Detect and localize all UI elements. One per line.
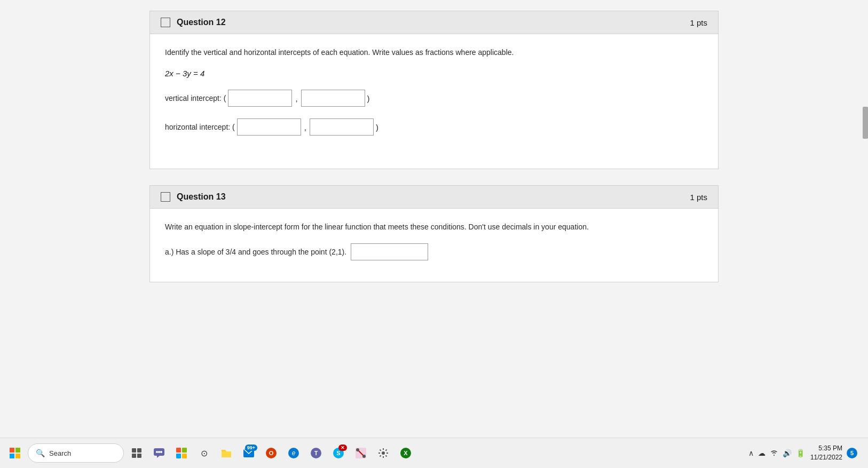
store-button[interactable] xyxy=(172,443,191,463)
notification-count: 5 xyxy=(850,450,854,456)
taskbar: 🔍 Search ⊙ xyxy=(0,438,868,468)
office-icon: O xyxy=(265,447,277,459)
snip-icon xyxy=(355,447,367,459)
task-view-icon xyxy=(131,448,142,458)
question-13-header: Question 13 1 pts xyxy=(150,186,718,209)
file-explorer-icon xyxy=(220,448,232,458)
teams-button[interactable]: T xyxy=(306,443,326,463)
xbox-icon: X xyxy=(400,447,412,459)
mail-button[interactable]: 99+ xyxy=(239,443,258,463)
vertical-paren-close: ) xyxy=(367,94,370,103)
notification-badge[interactable]: 5 xyxy=(847,448,857,458)
search-label: Search xyxy=(49,449,71,457)
settings-button[interactable] xyxy=(374,443,393,463)
question-13-pts: 1 pts xyxy=(690,193,707,202)
svg-rect-3 xyxy=(15,454,20,458)
svg-text:e: e xyxy=(292,449,296,457)
svg-rect-0 xyxy=(10,448,14,453)
horizontal-intercept-x-input[interactable] xyxy=(237,118,301,136)
cloud-icon[interactable]: ☁ xyxy=(757,448,767,458)
skype-badge: ✕ xyxy=(338,445,347,451)
dell-button[interactable]: ⊙ xyxy=(194,443,214,463)
question-12-instruction: Identify the vertical and horizontal int… xyxy=(165,47,703,58)
windows-icon xyxy=(9,447,21,459)
search-icon: 🔍 xyxy=(36,449,45,457)
battery-icon[interactable]: 🔋 xyxy=(795,448,806,458)
scrollbar-thumb[interactable] xyxy=(863,107,868,139)
vertical-comma: , xyxy=(295,94,297,103)
skype-button[interactable]: S ✕ xyxy=(329,443,348,463)
office-button[interactable]: O xyxy=(262,443,281,463)
chevron-icon[interactable]: ∧ xyxy=(747,448,755,458)
vertical-intercept-row: vertical intercept: ( , ) xyxy=(165,90,703,107)
svg-text:T: T xyxy=(314,450,318,456)
svg-rect-6 xyxy=(132,454,136,458)
settings-icon xyxy=(377,447,389,459)
slope-row: a.) Has a slope of 3/4 and goes through … xyxy=(165,243,703,260)
horizontal-paren-close: ) xyxy=(376,123,378,132)
tray-icons: ∧ ☁ 🔊 🔋 xyxy=(747,447,806,459)
question-12-body: Identify the vertical and horizontal int… xyxy=(150,34,718,169)
svg-marker-9 xyxy=(157,456,160,458)
svg-rect-2 xyxy=(10,454,14,458)
svg-point-11 xyxy=(158,451,160,453)
vertical-intercept-y-input[interactable] xyxy=(301,90,365,107)
xbox-button[interactable]: X xyxy=(396,443,415,463)
clock-date: 11/21/2022 xyxy=(810,453,842,462)
file-explorer-button[interactable] xyxy=(217,443,236,463)
teams-icon: T xyxy=(310,447,322,459)
svg-rect-1 xyxy=(15,448,20,453)
svg-rect-15 xyxy=(176,454,181,458)
equation-text: 2x − 3y = 4 xyxy=(165,69,204,78)
search-bar[interactable]: 🔍 Search xyxy=(28,443,124,463)
question-13-checkbox[interactable] xyxy=(161,192,170,202)
snip-button[interactable] xyxy=(351,443,370,463)
question-13-instruction: Write an equation in slope-intercept for… xyxy=(165,221,703,233)
horizontal-intercept-label: horizontal intercept: ( xyxy=(165,123,235,131)
svg-rect-16 xyxy=(182,454,187,458)
svg-rect-4 xyxy=(132,448,136,453)
question-13-card: Question 13 1 pts Write an equation in s… xyxy=(149,185,719,282)
question-13-header-left: Question 13 xyxy=(161,192,226,202)
svg-point-12 xyxy=(160,451,162,453)
svg-point-29 xyxy=(362,455,366,458)
svg-text:S: S xyxy=(336,450,340,456)
svg-rect-14 xyxy=(182,448,187,453)
system-clock[interactable]: 5:35 PM 11/21/2022 xyxy=(810,444,842,462)
vertical-intercept-label: vertical intercept: ( xyxy=(165,94,226,102)
svg-text:X: X xyxy=(404,450,408,456)
svg-rect-13 xyxy=(176,448,181,453)
store-icon xyxy=(176,447,187,459)
question-12-title: Question 12 xyxy=(177,18,226,27)
horizontal-intercept-row: horizontal intercept: ( , ) xyxy=(165,118,703,136)
svg-point-10 xyxy=(156,451,158,453)
system-tray: ∧ ☁ 🔊 🔋 5:35 PM 11/21/2022 5 xyxy=(747,444,857,462)
question-12-header: Question 12 1 pts xyxy=(150,11,718,34)
horizontal-comma: , xyxy=(304,123,306,132)
main-content: Question 12 1 pts Identify the vertical … xyxy=(0,0,868,438)
edge-button[interactable]: e xyxy=(284,443,303,463)
question-12-equation: 2x − 3y = 4 xyxy=(165,69,703,78)
part-a-label: a.) Has a slope of 3/4 and goes through … xyxy=(165,248,346,256)
chat-button[interactable] xyxy=(149,443,169,463)
task-view-button[interactable] xyxy=(127,443,146,463)
start-button[interactable] xyxy=(5,443,25,463)
volume-icon[interactable]: 🔊 xyxy=(782,448,793,458)
slope-answer-input[interactable] xyxy=(351,243,428,260)
question-12-checkbox[interactable] xyxy=(161,18,170,27)
question-13-title: Question 13 xyxy=(177,192,226,202)
svg-rect-7 xyxy=(137,454,141,458)
question-13-body: Write an equation in slope-intercept for… xyxy=(150,209,718,282)
question-12-card: Question 12 1 pts Identify the vertical … xyxy=(149,11,719,169)
edge-icon: e xyxy=(288,447,299,459)
chat-icon xyxy=(153,448,165,458)
horizontal-intercept-y-input[interactable] xyxy=(310,118,374,136)
svg-rect-5 xyxy=(137,448,141,453)
wifi-icon[interactable] xyxy=(769,447,779,459)
svg-text:O: O xyxy=(269,450,274,456)
svg-point-30 xyxy=(382,451,385,455)
vertical-intercept-x-input[interactable] xyxy=(228,90,292,107)
question-12-header-left: Question 12 xyxy=(161,18,226,27)
clock-time: 5:35 PM xyxy=(810,444,842,453)
mail-badge: 99+ xyxy=(245,445,257,451)
